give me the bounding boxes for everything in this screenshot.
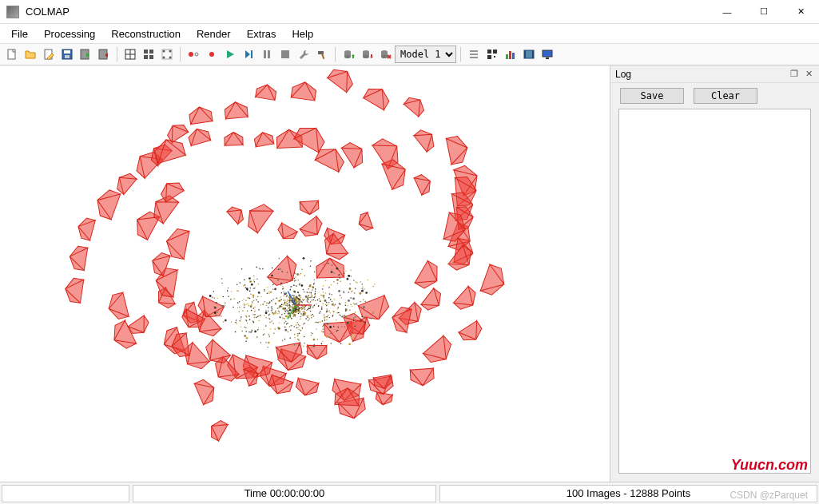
svg-point-36	[381, 55, 388, 58]
svg-point-779	[286, 304, 288, 305]
svg-point-684	[260, 296, 262, 298]
svg-point-719	[266, 302, 268, 304]
menu-extras[interactable]: Extras	[239, 26, 284, 42]
svg-point-430	[272, 299, 274, 300]
svg-point-717	[300, 300, 301, 301]
svg-point-358	[245, 331, 247, 332]
svg-point-518	[244, 303, 245, 304]
record-icon[interactable]	[185, 46, 202, 63]
close-button[interactable]: ✕	[782, 0, 819, 24]
svg-point-65	[298, 329, 300, 331]
svg-point-950	[253, 308, 255, 309]
svg-point-66	[227, 290, 229, 292]
svg-point-225	[319, 312, 320, 314]
menu-processing[interactable]: Processing	[36, 26, 103, 42]
log-clear-button[interactable]: Clear	[694, 88, 757, 104]
svg-point-572	[293, 291, 295, 292]
menu-render[interactable]: Render	[189, 26, 239, 42]
svg-point-185	[223, 296, 225, 298]
svg-point-588	[350, 276, 352, 277]
svg-point-288	[241, 268, 243, 270]
svg-point-785	[345, 270, 347, 272]
svg-point-233	[265, 325, 267, 327]
svg-point-722	[284, 304, 286, 306]
svg-point-659	[365, 301, 367, 303]
minimize-button[interactable]: —	[709, 0, 745, 24]
log-save-button[interactable]: Save	[620, 88, 684, 104]
svg-point-80	[285, 315, 288, 318]
app-icon	[6, 6, 19, 18]
svg-point-551	[304, 343, 305, 344]
maximize-button[interactable]: ☐	[745, 0, 782, 24]
log-close-icon[interactable]: ✕	[803, 69, 814, 80]
svg-point-462	[326, 316, 328, 318]
save-icon[interactable]	[58, 46, 76, 63]
export-icon[interactable]	[95, 46, 113, 63]
model-selector[interactable]: Model 1	[395, 46, 456, 63]
wrench-icon[interactable]	[295, 46, 312, 63]
menu-help[interactable]: Help	[284, 26, 321, 42]
import-icon[interactable]	[77, 46, 94, 63]
grid-dots-icon[interactable]	[158, 46, 176, 63]
open-folder-icon[interactable]	[22, 46, 39, 63]
svg-point-532	[363, 323, 364, 325]
svg-point-654	[371, 318, 372, 319]
log-textarea[interactable]	[618, 109, 811, 474]
svg-point-608	[248, 331, 250, 333]
step-forward-icon[interactable]	[240, 46, 257, 63]
svg-point-409	[254, 331, 256, 333]
model-viewer[interactable]	[0, 65, 610, 482]
svg-point-193	[300, 297, 302, 299]
svg-point-274	[322, 304, 324, 305]
svg-point-211	[268, 293, 270, 295]
db-down-icon[interactable]	[358, 46, 376, 63]
menu-reconstruction[interactable]: Reconstruction	[103, 26, 189, 42]
hammer-icon[interactable]	[313, 46, 331, 63]
svg-point-850	[252, 330, 253, 331]
stop-icon[interactable]	[276, 46, 294, 63]
edit-icon[interactable]	[40, 46, 58, 63]
svg-rect-0	[8, 50, 15, 59]
svg-point-86	[302, 299, 304, 300]
svg-rect-13	[149, 55, 153, 59]
svg-point-368	[252, 295, 255, 297]
new-file-icon[interactable]	[3, 46, 21, 63]
svg-point-264	[300, 318, 301, 319]
play-icon[interactable]	[221, 46, 239, 63]
svg-point-924	[344, 315, 347, 318]
align-lines-icon[interactable]	[465, 46, 483, 63]
svg-point-937	[275, 311, 276, 312]
svg-point-827	[298, 292, 300, 294]
snapshot-icon[interactable]	[203, 46, 221, 63]
svg-point-519	[290, 307, 292, 308]
monitor-icon[interactable]	[539, 46, 556, 63]
svg-point-118	[311, 296, 312, 298]
db-up-icon[interactable]	[340, 46, 357, 63]
svg-point-651	[250, 293, 252, 295]
svg-point-260	[225, 304, 226, 306]
grid-filled-icon[interactable]	[140, 46, 157, 63]
status-info: 100 Images - 12888 Points	[439, 485, 817, 502]
svg-point-107	[330, 333, 332, 335]
svg-point-838	[248, 305, 250, 307]
pause-icon[interactable]	[258, 46, 276, 63]
svg-point-857	[328, 297, 330, 299]
svg-point-530	[292, 325, 293, 327]
svg-point-799	[341, 323, 343, 325]
svg-point-687	[372, 312, 374, 314]
grid-outline-icon[interactable]	[121, 46, 139, 63]
menu-file[interactable]: File	[3, 26, 36, 42]
svg-point-123	[345, 304, 347, 306]
film-icon[interactable]	[520, 46, 538, 63]
svg-point-711	[317, 300, 319, 301]
chart-bar-icon[interactable]	[502, 46, 519, 63]
svg-point-208	[320, 272, 321, 273]
svg-point-580	[352, 298, 355, 300]
svg-point-768	[257, 329, 259, 331]
svg-point-267	[239, 282, 241, 284]
undock-icon[interactable]: ❐	[789, 69, 800, 80]
svg-point-942	[284, 318, 285, 319]
db-cross-icon[interactable]	[376, 46, 394, 63]
qr-icon[interactable]	[483, 46, 501, 63]
svg-point-460	[307, 300, 308, 301]
